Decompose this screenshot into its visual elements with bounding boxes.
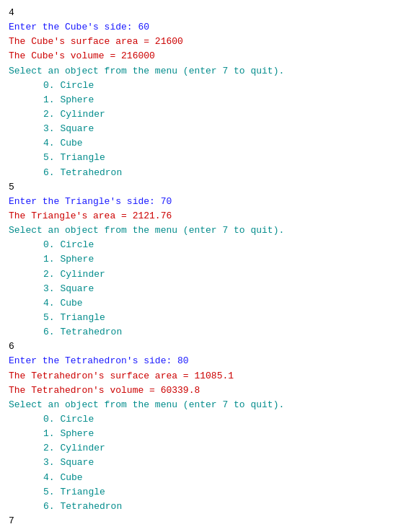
console-line-3: The Cube's surface area = 21600 xyxy=(9,35,397,49)
console-line-35: 3. Square xyxy=(9,456,397,470)
console-line-12: 5. Triangle xyxy=(9,151,397,165)
console-line-11: 4. Cube xyxy=(9,136,397,151)
console-line-23: 4. Cube xyxy=(9,296,397,311)
console-line-10: 3. Square xyxy=(9,122,397,136)
console-line-25: 6. Tetrahedron xyxy=(9,325,397,340)
console-line-38: 6. Tetrahedron xyxy=(9,500,397,514)
console-line-28: The Tetrahedron's surface area = 11085.1 xyxy=(9,369,397,384)
console-line-7: 0. Circle xyxy=(9,79,397,93)
console-line-32: 0. Circle xyxy=(9,412,397,427)
console-line-1: 4 xyxy=(9,6,397,20)
console-line-6: Select an object from the menu (enter 7 … xyxy=(9,64,397,79)
console-line-31: Select an object from the menu (enter 7 … xyxy=(9,398,397,412)
console-line-26: 6 xyxy=(9,340,397,354)
console-line-2: Enter the Cube's side: 60 xyxy=(9,20,397,35)
console-line-14: 5 xyxy=(9,180,397,195)
console-line-8: 1. Sphere xyxy=(9,93,397,107)
console-line-13: 6. Tetrahedron xyxy=(9,166,397,180)
console-line-36: 4. Cube xyxy=(9,471,397,485)
console-line-39: 7 xyxy=(9,514,397,528)
console-line-19: 0. Circle xyxy=(9,238,397,252)
console-line-4: The Cube's volume = 216000 xyxy=(9,49,397,63)
console-line-24: 5. Triangle xyxy=(9,311,397,325)
console-line-29: The Tetrahedron's volume = 60339.8 xyxy=(9,384,397,398)
console-line-16: The Triangle's area = 2121.76 xyxy=(9,209,397,223)
console-line-34: 2. Cylinder xyxy=(9,441,397,456)
console-line-18: Select an object from the menu (enter 7 … xyxy=(9,223,397,238)
console-output: 4Enter the Cube's side: 60The Cube's sur… xyxy=(9,6,397,528)
console-line-9: 2. Cylinder xyxy=(9,107,397,122)
console-line-27: Enter the Tetrahedron's side: 80 xyxy=(9,354,397,368)
console-line-20: 1. Sphere xyxy=(9,252,397,267)
console-line-15: Enter the Triangle's side: 70 xyxy=(9,195,397,209)
console-line-21: 2. Cylinder xyxy=(9,267,397,282)
console-line-37: 5. Triangle xyxy=(9,485,397,500)
console-line-22: 3. Square xyxy=(9,282,397,296)
console-line-33: 1. Sphere xyxy=(9,427,397,441)
